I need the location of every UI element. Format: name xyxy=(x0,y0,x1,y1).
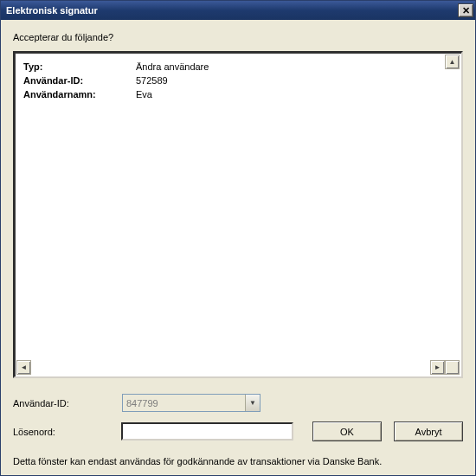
row-userid: Användar-ID: 572589 xyxy=(23,74,453,87)
combo-dropdown-button[interactable]: ▼ xyxy=(245,395,260,411)
value-userid: 572589 xyxy=(136,74,168,87)
form-label-userid: Användar-ID: xyxy=(13,398,122,408)
prompt-text: Accepterar du följande? xyxy=(13,32,463,42)
window-title: Elektronisk signatur xyxy=(6,5,458,16)
scroll-corner xyxy=(445,360,460,375)
label-username: Användarnamn: xyxy=(23,87,136,101)
row-username: Användarnamn: Eva xyxy=(23,87,453,101)
triangle-up-icon: ▲ xyxy=(449,58,456,66)
cancel-button[interactable]: Avbryt xyxy=(394,421,463,441)
client-area: Accepterar du följande? Typ: Ändra använ… xyxy=(1,20,475,475)
close-icon: ✕ xyxy=(462,5,470,16)
chevron-down-icon: ▼ xyxy=(249,399,256,407)
userid-combo[interactable]: 847799 ▼ xyxy=(122,394,261,412)
form-row-password: Lösenord: OK Avbryt xyxy=(13,422,463,441)
titlebar: Elektronisk signatur ✕ xyxy=(1,1,475,20)
password-input[interactable] xyxy=(121,422,293,441)
details-box: Typ: Ändra användare Användar-ID: 572589… xyxy=(13,51,463,378)
userid-combo-value: 847799 xyxy=(123,395,245,411)
button-row: OK Avbryt xyxy=(312,421,463,441)
form-row-userid: Användar-ID: 847799 ▼ xyxy=(13,394,463,412)
close-button[interactable]: ✕ xyxy=(458,3,473,17)
ok-button[interactable]: OK xyxy=(312,421,382,441)
triangle-right-icon: ► xyxy=(434,363,441,371)
row-type: Typ: Ändra användare xyxy=(23,60,453,74)
form-area: Användar-ID: 847799 ▼ Lösenord: OK Avbry… xyxy=(13,394,463,451)
dialog-window: Elektronisk signatur ✕ Accepterar du föl… xyxy=(0,0,476,476)
footer-note: Detta fönster kan endast användas för go… xyxy=(13,456,463,466)
label-type: Typ: xyxy=(23,60,136,74)
details-inner: Typ: Ändra användare Användar-ID: 572589… xyxy=(16,55,460,375)
triangle-left-icon: ◄ xyxy=(21,363,28,371)
label-userid: Användar-ID: xyxy=(23,74,136,87)
scroll-left-button[interactable]: ◄ xyxy=(16,360,31,375)
scroll-up-button[interactable]: ▲ xyxy=(445,55,460,69)
value-username: Eva xyxy=(136,87,152,101)
scroll-right-button[interactable]: ► xyxy=(430,360,445,375)
form-label-password: Lösenord: xyxy=(13,427,121,437)
value-type: Ändra användare xyxy=(136,60,209,74)
